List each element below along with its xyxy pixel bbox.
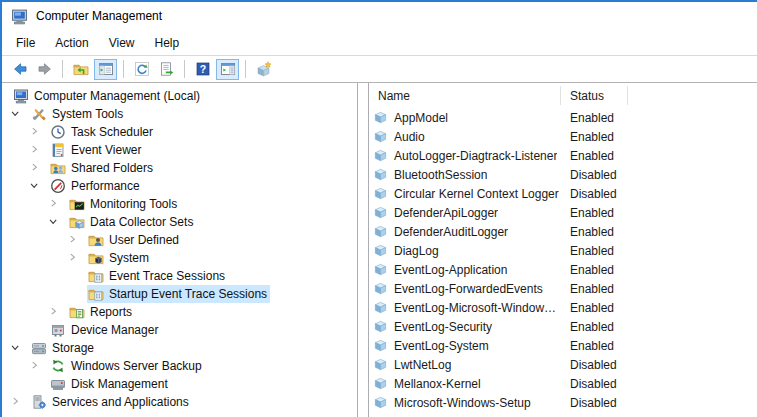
tree-item-task-scheduler[interactable]: Task Scheduler [2,123,357,141]
tree-item-surface[interactable]: Services and Applications [30,393,192,411]
chevron-expanded-icon[interactable] [45,215,68,229]
chevron-collapsed-icon[interactable] [64,233,87,247]
show-action-pane-icon [220,61,236,77]
chevron-collapsed-icon[interactable] [45,197,68,211]
tree-item-system[interactable]: System [2,249,357,267]
tree-item-monitoring-tools[interactable]: Monitoring Tools [2,195,357,213]
chevron-collapsed-icon[interactable] [45,305,68,319]
list-row-eventlog-system[interactable]: EventLog-SystemEnabled [369,336,757,355]
chevron-collapsed-icon[interactable] [26,143,49,157]
session-name: DefenderApiLogger [394,206,498,220]
tree-item-surface[interactable]: User Defined [87,231,182,249]
column-header-name[interactable]: Name [369,89,561,103]
column-header-status[interactable]: Status [561,89,604,103]
tree-item-label: Disk Management [71,377,168,391]
tree-item-surface[interactable]: Reports [68,303,135,321]
session-name: AutoLogger-Diagtrack-Listener [394,149,557,163]
trace-session-cube-icon [373,110,388,125]
column-divider[interactable] [560,86,561,105]
chevron-expanded-icon[interactable] [7,107,30,121]
chevron-collapsed-icon[interactable] [26,161,49,175]
tree-item-label: Computer Management (Local) [34,89,200,103]
list-row-bluetoothsession[interactable]: BluetoothSessionDisabled [369,165,757,184]
menu-item-view[interactable]: View [99,33,145,53]
list-row-circular-kernel-context-logger[interactable]: Circular Kernel Context LoggerDisabled [369,184,757,203]
tree-item-event-viewer[interactable]: Event Viewer [2,141,357,159]
list-row-defenderauditlogger[interactable]: DefenderAuditLoggerEnabled [369,222,757,241]
list-row-eventlog-forwardedevents[interactable]: EventLog-ForwardedEventsEnabled [369,279,757,298]
tree-item-label: Data Collector Sets [90,215,193,229]
tree-item-surface[interactable]: Storage [30,339,97,357]
tree-item-surface[interactable]: System Tools [30,105,126,123]
list-row-eventlog-application[interactable]: EventLog-ApplicationEnabled [369,260,757,279]
menu-item-action[interactable]: Action [45,33,98,53]
list-row-appmodel[interactable]: AppModelEnabled [369,108,757,127]
tree-item-data-collector-sets[interactable]: Data Collector Sets [2,213,357,231]
chevron-collapsed-icon [28,125,42,139]
tree-item-performance[interactable]: Performance [2,177,357,195]
export-list-button[interactable] [155,59,178,80]
chevron-expanded-icon[interactable] [7,341,30,355]
menu-item-help[interactable]: Help [145,33,190,53]
tree-item-startup-event-trace-sessions[interactable]: Startup Event Trace Sessions [2,285,357,303]
list-row-mellanox-kernel[interactable]: Mellanox-KernelDisabled [369,374,757,393]
new-data-collector-set-button[interactable] [252,59,275,80]
list-row-eventlog-microsoft-windows[interactable]: EventLog-Microsoft-Windows-...Enabled [369,298,757,317]
chevron-expanded-icon[interactable] [26,179,49,193]
chevron-collapsed-icon[interactable] [26,359,49,373]
title-bar[interactable]: Computer Management [2,2,757,30]
name-cell: EventLog-ForwardedEvents [369,281,561,296]
list-row-audio[interactable]: AudioEnabled [369,127,757,146]
event-viewer-icon [50,142,66,158]
chevron-collapsed-icon[interactable] [7,395,30,409]
selected-tree-item-surface[interactable]: Startup Event Trace Sessions [87,285,270,303]
tree-item-surface[interactable]: Device Manager [49,321,161,339]
tree-item-user-defined[interactable]: User Defined [2,231,357,249]
tree-item-surface[interactable]: Event Trace Sessions [87,267,228,285]
tree-item-surface[interactable]: Shared Folders [49,159,156,177]
svg-text:?: ? [199,63,205,75]
refresh-button[interactable] [130,59,153,80]
chevron-collapsed-icon[interactable] [64,251,87,265]
tree-item-surface[interactable]: Computer Management (Local) [12,87,203,105]
tree-item-disk-management[interactable]: Disk Management [2,375,357,393]
column-divider[interactable] [627,86,628,105]
tree-item-surface[interactable]: Disk Management [49,375,171,393]
tree-item-surface[interactable]: System [87,249,152,267]
tree-item-system-tools[interactable]: System Tools [2,105,357,123]
list-row-lwtnetlog[interactable]: LwtNetLogDisabled [369,355,757,374]
forward-button[interactable] [33,59,56,80]
tree-item-event-trace-sessions[interactable]: Event Trace Sessions [2,267,357,285]
list-header: Name Status [369,83,757,108]
tree-item-surface[interactable]: Data Collector Sets [68,213,196,231]
list-row-eventlog-security[interactable]: EventLog-SecurityEnabled [369,317,757,336]
tree-item-surface[interactable]: Performance [49,177,143,195]
name-cell: EventLog-Security [369,319,561,334]
chevron-collapsed-icon[interactable] [26,125,49,139]
list-row-autologger-diagtrack-listener[interactable]: AutoLogger-Diagtrack-ListenerEnabled [369,146,757,165]
menu-item-file[interactable]: File [6,33,45,53]
list-row-microsoft-windows-setup[interactable]: Microsoft-Windows-SetupDisabled [369,393,757,412]
chevron-collapsed-icon [28,161,42,175]
list-row-defenderapilogger[interactable]: DefenderApiLoggerEnabled [369,203,757,222]
tree-item-surface[interactable]: Windows Server Backup [49,357,205,375]
tree-item-computer-management-local[interactable]: Computer Management (Local) [2,87,357,105]
up-one-level-button[interactable] [69,59,92,80]
tree-item-storage[interactable]: Storage [2,339,357,357]
help-button[interactable]: ? [191,59,214,80]
pane-splitter[interactable] [358,83,368,417]
tree-item-surface[interactable]: Monitoring Tools [68,195,180,213]
chevron-collapsed-icon [28,143,42,157]
back-button[interactable] [8,59,31,80]
tree-item-services-and-applications[interactable]: Services and Applications [2,393,357,411]
tree-item-surface[interactable]: Event Viewer [49,141,144,159]
show-action-pane-button[interactable] [216,59,239,80]
tree-item-shared-folders[interactable]: Shared Folders [2,159,357,177]
tree-item-device-manager[interactable]: Device Manager [2,321,357,339]
tree-item-surface[interactable]: Task Scheduler [49,123,156,141]
tree-item-windows-server-backup[interactable]: Windows Server Backup [2,357,357,375]
performance-icon [50,178,66,194]
show-console-tree-button[interactable] [94,59,117,80]
list-row-diaglog[interactable]: DiagLogEnabled [369,241,757,260]
tree-item-reports[interactable]: Reports [2,303,357,321]
